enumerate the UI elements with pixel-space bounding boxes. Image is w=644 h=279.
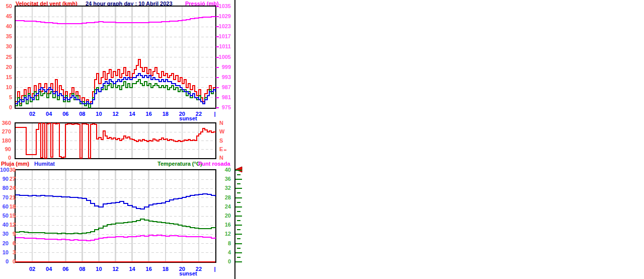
axis-tick-label: 30 [0, 231, 9, 237]
axis-tick-label: sunset [177, 271, 199, 276]
axis-tick-label: 10 [0, 250, 9, 255]
axis-tick-mark [237, 202, 240, 203]
axis-tick-label: 1023 [216, 24, 231, 29]
axis-tick-label: 02 [26, 111, 38, 117]
axis-tick-label: 1029 [216, 14, 231, 19]
temperature-legend-label: Temperatura (°C) [157, 161, 202, 167]
axis-tick-label: 40 [0, 24, 12, 29]
axis-tick-label: 24 [216, 204, 231, 210]
axis-tick-mark [237, 174, 240, 175]
axis-tick-label: 90 [0, 176, 9, 182]
axis-tick-label: 0 [216, 259, 231, 264]
axis-tick-label: 45 [0, 14, 12, 19]
axis-tick-label: 360 [0, 120, 11, 126]
axis-tick-label: 975 [216, 105, 231, 110]
axis-tick-label: 40 [216, 167, 231, 173]
axis-tick-label: 5 [0, 95, 12, 100]
axis-tick-label: 50 [0, 4, 12, 9]
axis-tick-label: 12 [216, 231, 231, 237]
axis-tick-label: 35 [0, 34, 12, 39]
weather-graph-window: { "colors": { "red_line": "#ee0000", "re… [0, 0, 644, 279]
wind-pressure-chart [15, 6, 216, 109]
axis-tick-label: 12 [110, 111, 122, 117]
axis-tick-label: 70 [0, 195, 9, 200]
axis-tick-label: 999 [216, 64, 231, 70]
axis-tick-label: W [219, 129, 229, 134]
axis-tick-mark [237, 183, 240, 184]
axis-tick-mark [235, 225, 242, 226]
axis-tick-label: 0 [0, 155, 11, 161]
axis-tick-label: 20 [176, 266, 188, 272]
axis-tick-label: 0 [0, 259, 9, 264]
axis-tick-label: 20 [0, 64, 12, 70]
wind-direction-chart [15, 122, 216, 159]
axis-tick-mark [237, 257, 240, 258]
axis-tick-mark [235, 261, 242, 262]
axis-tick-label: 32 [216, 185, 231, 191]
axis-tick-label: 180 [0, 138, 11, 144]
axis-tick-label: 16 [143, 111, 155, 117]
dewpoint-legend-label: Punt rosada [198, 161, 230, 167]
axis-tick-label: 14 [126, 111, 138, 117]
axis-tick-label: 993 [216, 75, 231, 80]
axis-tick-label: 8 [216, 241, 231, 246]
axis-tick-label: 08 [76, 266, 88, 272]
axis-tick-mark [235, 197, 242, 198]
axis-tick-label: 08 [76, 111, 88, 117]
axis-tick-mark [237, 192, 240, 193]
marker-arrow-icon [234, 166, 244, 173]
axis-tick-mark [237, 220, 240, 221]
axis-tick-mark [235, 206, 242, 207]
axis-tick-mark [235, 252, 242, 253]
rain-legend-label: Pluja (mm) [1, 161, 29, 167]
axis-tick-label: 981 [216, 95, 231, 100]
panel-right-border [234, 0, 235, 279]
axis-tick-label: 14 [126, 266, 138, 272]
axis-tick-label: sunset [177, 116, 199, 121]
axis-tick-label: 1017 [216, 34, 231, 39]
axis-tick-label: 04 [43, 266, 55, 272]
axis-tick-label: 1011 [216, 44, 231, 49]
axis-tick-label: 10 [93, 111, 105, 117]
axis-tick-label: S [219, 138, 229, 144]
axis-tick-label: | [212, 111, 218, 117]
axis-tick-label: 36 [216, 176, 231, 182]
axis-tick-label: 987 [216, 85, 231, 90]
axis-tick-label: 02 [26, 266, 38, 272]
axis-tick-mark [235, 179, 242, 180]
axis-tick-label: 25 [0, 54, 12, 60]
axis-tick-label: 06 [59, 111, 71, 117]
axis-tick-label: 18 [159, 266, 172, 272]
axis-tick-mark [235, 216, 242, 217]
axis-tick-label: 10 [93, 266, 105, 272]
axis-tick-mark [237, 211, 240, 212]
axis-tick-mark [235, 243, 242, 244]
humidity-legend-label: Humitat [34, 161, 55, 167]
axis-tick-label: 60 [0, 204, 9, 210]
axis-tick-label: 16 [143, 266, 155, 272]
axis-tick-label: 15 [0, 75, 12, 80]
axis-tick-mark [235, 234, 242, 235]
axis-tick-label: 06 [59, 266, 71, 272]
axis-tick-label: 4 [216, 250, 231, 255]
axis-tick-label: 20 [216, 213, 231, 219]
axis-tick-mark [237, 248, 240, 249]
axis-tick-label: 16 [216, 222, 231, 228]
axis-tick-label: | [212, 266, 218, 272]
axis-tick-mark [235, 188, 242, 189]
east-tick-mark [224, 150, 226, 151]
axis-tick-label: 30 [0, 44, 12, 49]
axis-tick-label: 12 [110, 266, 122, 272]
axis-tick-label: 90 [0, 147, 11, 152]
humidity-temperature-chart [15, 169, 216, 263]
axis-tick-label: 04 [43, 111, 55, 117]
axis-tick-label: N [219, 120, 229, 126]
axis-tick-label: 270 [0, 129, 11, 134]
axis-tick-label: 22 [193, 266, 205, 272]
axis-tick-label: 22 [193, 111, 205, 117]
axis-tick-label: 10 [0, 85, 12, 90]
axis-tick-label: 100 [0, 167, 9, 173]
axis-tick-label: 50 [0, 213, 9, 219]
axis-tick-mark [237, 229, 240, 230]
axis-tick-label: 18 [159, 111, 172, 117]
